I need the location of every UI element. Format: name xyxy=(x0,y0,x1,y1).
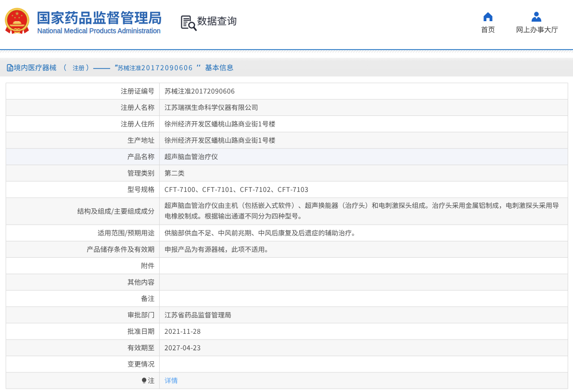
svg-text:National Medical Products Admi: National Medical Products Administration xyxy=(38,27,161,35)
